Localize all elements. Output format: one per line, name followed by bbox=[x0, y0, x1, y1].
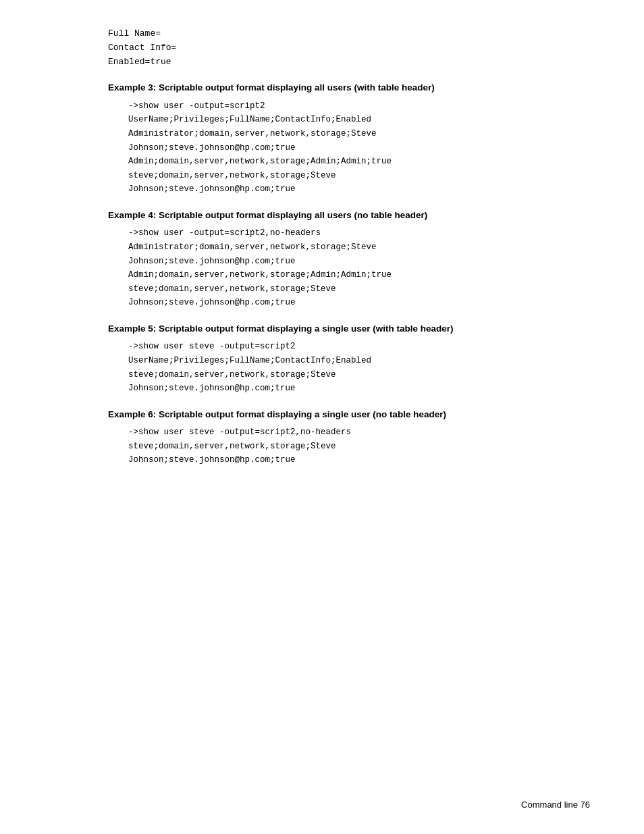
code-line-example4-2: Johnson;steve.johnson@hp.com;true bbox=[128, 255, 576, 269]
code-line-example6-1: steve;domain,server,network,storage;Stev… bbox=[128, 440, 576, 454]
code-block-example5: ->show user steve -output=script2UserNam… bbox=[108, 340, 576, 396]
code-block-example4: ->show user -output=script2,no-headersAd… bbox=[108, 226, 576, 310]
code-line-example5-1: UserName;Privileges;FullName;ContactInfo… bbox=[128, 354, 576, 368]
code-line-example3-4: Admin;domain,server,network,storage;Admi… bbox=[128, 155, 576, 169]
code-line-example3-5: steve;domain,server,network,storage;Stev… bbox=[128, 169, 576, 183]
code-block-example3: ->show user -output=script2UserName;Priv… bbox=[108, 99, 576, 197]
code-line-example4-1: Administrator;domain,server,network,stor… bbox=[128, 240, 576, 255]
intro-line-3: Enabled=true bbox=[108, 55, 576, 70]
code-line-example4-4: steve;domain,server,network,storage;Stev… bbox=[128, 282, 576, 296]
intro-line-2: Contact Info= bbox=[108, 41, 576, 55]
code-line-example4-5: Johnson;steve.johnson@hp.com;true bbox=[128, 296, 576, 310]
intro-block: Full Name= Contact Info= Enabled=true bbox=[108, 27, 576, 69]
code-line-example3-3: Johnson;steve.johnson@hp.com;true bbox=[128, 141, 576, 155]
heading-example5: Example 5: Scriptable output format disp… bbox=[108, 322, 576, 336]
footer-text: Command line 76 bbox=[521, 800, 590, 810]
intro-line-1: Full Name= bbox=[108, 27, 576, 41]
code-line-example4-3: Admin;domain,server,network,storage;Admi… bbox=[128, 268, 576, 282]
code-line-example3-6: Johnson;steve.johnson@hp.com;true bbox=[128, 182, 576, 197]
heading-example3: Example 3: Scriptable output format disp… bbox=[108, 81, 576, 95]
code-block-example6: ->show user steve -output=script2,no-hea… bbox=[108, 425, 576, 467]
section-example5: Example 5: Scriptable output format disp… bbox=[108, 322, 576, 396]
code-line-example3-2: Administrator;domain,server,network,stor… bbox=[128, 127, 576, 141]
code-line-example6-0: ->show user steve -output=script2,no-hea… bbox=[128, 425, 576, 440]
code-line-example5-2: steve;domain,server,network,storage;Stev… bbox=[128, 368, 576, 382]
section-example6: Example 6: Scriptable output format disp… bbox=[108, 408, 576, 467]
sections-container: Example 3: Scriptable output format disp… bbox=[108, 81, 576, 467]
section-example4: Example 4: Scriptable output format disp… bbox=[108, 209, 576, 310]
code-line-example4-0: ->show user -output=script2,no-headers bbox=[128, 226, 576, 240]
page-content: Full Name= Contact Info= Enabled=true Ex… bbox=[0, 0, 644, 533]
section-example3: Example 3: Scriptable output format disp… bbox=[108, 81, 576, 197]
code-line-example3-0: ->show user -output=script2 bbox=[128, 99, 576, 113]
heading-example6: Example 6: Scriptable output format disp… bbox=[108, 408, 576, 421]
code-line-example5-0: ->show user steve -output=script2 bbox=[128, 340, 576, 354]
code-line-example5-3: Johnson;steve.johnson@hp.com;true bbox=[128, 382, 576, 396]
heading-example4: Example 4: Scriptable output format disp… bbox=[108, 209, 576, 222]
code-line-example3-1: UserName;Privileges;FullName;ContactInfo… bbox=[128, 113, 576, 127]
code-line-example6-2: Johnson;steve.johnson@hp.com;true bbox=[128, 453, 576, 467]
page-footer: Command line 76 bbox=[521, 800, 590, 810]
